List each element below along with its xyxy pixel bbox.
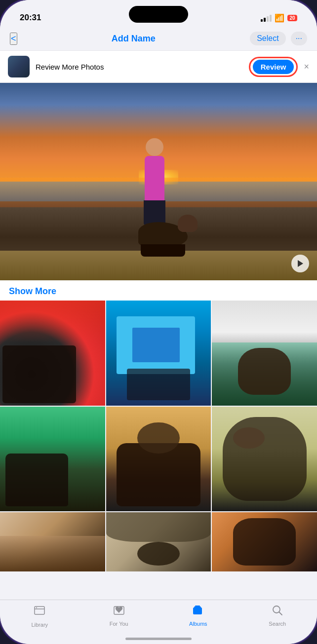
paw-icon [137, 542, 179, 566]
tab-for-you-label: For You [110, 621, 128, 627]
photo-cell-6[interactable] [212, 407, 317, 512]
play-icon [297, 260, 304, 267]
screen-element [117, 316, 196, 374]
tab-albums-label: Albums [189, 621, 207, 627]
main-photo [0, 83, 317, 280]
dog-body-4 [5, 454, 69, 506]
review-button-wrapper: Review [253, 60, 294, 74]
back-button[interactable]: < [10, 33, 17, 45]
person-body [145, 156, 164, 205]
close-icon[interactable]: × [304, 62, 309, 72]
bottom-photo-2-overlay [106, 512, 211, 542]
wifi-icon: 📶 [275, 13, 284, 23]
person-figure [135, 126, 174, 225]
bottom-photo-3[interactable] [212, 512, 317, 571]
tab-library-label: Library [31, 622, 48, 628]
search-svg-icon [271, 604, 284, 617]
dog-face-6 [223, 417, 307, 501]
tab-albums[interactable]: Albums [158, 604, 238, 627]
photo-cell-2[interactable] [106, 301, 211, 406]
signal-bar-4 [270, 15, 272, 22]
nav-bar: < Add Name Select ··· [0, 27, 317, 51]
review-thumbnail [8, 56, 30, 77]
svg-rect-1 [35, 606, 44, 614]
nav-right: Select ··· [250, 32, 307, 45]
library-svg-icon [33, 604, 46, 617]
signal-bar-2 [264, 18, 266, 22]
photo-cell-3[interactable] [212, 301, 317, 406]
person-head [146, 138, 163, 156]
select-button[interactable]: Select [250, 32, 285, 45]
screen-inner [132, 328, 180, 362]
dog-face-3 [238, 348, 290, 395]
tab-library[interactable]: Library [0, 604, 79, 628]
dog-overlay-1 [2, 345, 76, 403]
show-more-section: Show More [0, 280, 317, 301]
dog-head [178, 215, 198, 232]
review-banner: Review More Photos Review × [0, 51, 317, 83]
thumb-image [8, 56, 30, 77]
dog-legs [141, 244, 185, 257]
bottom-photo-2[interactable] [106, 512, 211, 571]
svg-line-8 [279, 612, 282, 615]
show-more-button[interactable]: Show More [9, 286, 56, 296]
dog-head-5 [137, 422, 179, 454]
photo-cell-1[interactable] [0, 301, 105, 406]
tab-search-label: Search [269, 621, 286, 627]
tv-stand [127, 369, 190, 400]
review-text: Review More Photos [36, 63, 247, 71]
bottom-photo-1[interactable] [0, 512, 105, 571]
tab-search[interactable]: Search [238, 604, 317, 627]
library-icon [33, 604, 46, 620]
photo-grid-row2 [0, 407, 317, 512]
content-area: < Add Name Select ··· Review More Photos… [0, 27, 317, 626]
dog-eye-6 [233, 427, 265, 449]
rug-pattern [0, 536, 105, 571]
home-indicator [125, 638, 192, 640]
photo-cell-5[interactable] [106, 407, 211, 512]
phone-screen: 20:31 📶 20 < Add Name Select ··· [0, 0, 317, 644]
bottom-row [0, 512, 317, 571]
svg-rect-6 [195, 606, 200, 606]
page-title: Add Name [112, 34, 156, 44]
photo-grid-row1 [0, 301, 317, 406]
signal-bar-1 [261, 19, 263, 22]
for-you-svg-icon [113, 604, 125, 617]
phone-frame: 20:31 📶 20 < Add Name Select ··· [0, 0, 317, 644]
dog-figure [133, 212, 202, 257]
signal-bars-icon [261, 15, 272, 22]
dynamic-island [129, 6, 188, 23]
tab-for-you[interactable]: For You [79, 604, 159, 627]
svg-rect-4 [193, 607, 202, 614]
svg-marker-0 [298, 260, 303, 267]
albums-svg-icon [192, 604, 204, 617]
battery-badge: 20 [287, 15, 297, 21]
status-time: 20:31 [20, 13, 41, 23]
dog-nose-big [233, 518, 296, 566]
status-icons: 📶 20 [261, 13, 297, 23]
signal-bar-3 [267, 16, 269, 22]
svg-point-2 [36, 607, 37, 608]
more-button[interactable]: ··· [291, 32, 307, 45]
play-button[interactable] [291, 255, 309, 272]
review-button[interactable]: Review [253, 60, 294, 74]
search-icon [271, 604, 284, 619]
svg-rect-5 [194, 606, 201, 607]
for-you-icon [113, 604, 125, 619]
red-overlay [0, 301, 105, 342]
albums-icon [192, 604, 204, 619]
photo-cell-4[interactable] [0, 407, 105, 512]
